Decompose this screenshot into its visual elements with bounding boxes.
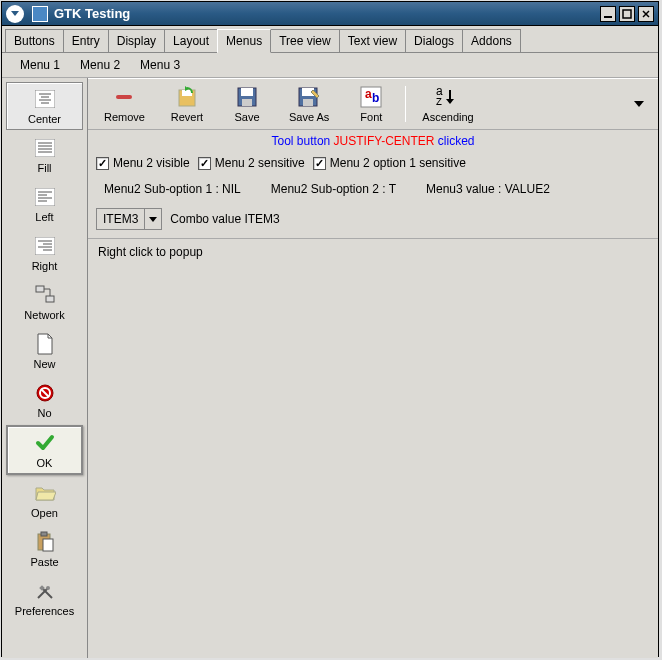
save-as-icon	[297, 85, 321, 109]
font-button[interactable]: ab Font	[341, 83, 401, 125]
sidebar-item-preferences[interactable]: Preferences	[6, 574, 83, 622]
sidebar-label: Fill	[37, 162, 51, 174]
svg-rect-4	[35, 90, 55, 108]
svg-rect-32	[41, 532, 47, 536]
toolbar-overflow-button[interactable]	[632, 101, 646, 107]
check-menu2-option1-sensitive[interactable]: Menu 2 option 1 sensitive	[313, 156, 466, 170]
svg-text:a: a	[365, 87, 372, 101]
sidebar-label: Paste	[30, 556, 58, 568]
new-file-icon	[33, 332, 57, 356]
sidebar-item-ok[interactable]: OK	[6, 425, 83, 475]
check-label: Menu 2 option 1 sensitive	[330, 156, 466, 170]
revert-icon	[175, 85, 199, 109]
sort-ascending-icon: az	[436, 85, 460, 109]
svg-rect-0	[604, 16, 612, 18]
svg-rect-1	[623, 10, 631, 18]
sidebar-label: Right	[32, 260, 58, 272]
justify-center-icon	[33, 87, 57, 111]
tab-text-view[interactable]: Text view	[339, 29, 406, 52]
toolbar-label: Revert	[171, 111, 203, 123]
menu-3[interactable]: Menu 3	[130, 56, 190, 74]
check-label: Menu 2 sensitive	[215, 156, 305, 170]
sidebar-item-new[interactable]: New	[6, 327, 83, 375]
toolbar-label: Save As	[289, 111, 329, 123]
remove-button[interactable]: Remove	[92, 83, 157, 125]
ok-icon	[33, 431, 57, 455]
svg-text:z: z	[436, 94, 442, 107]
svg-rect-14	[35, 188, 55, 206]
main-tabs: Buttons Entry Display Layout Menus Tree …	[2, 26, 658, 53]
app-icon	[32, 6, 48, 22]
sidebar-item-open[interactable]: Open	[6, 476, 83, 524]
svg-text:b: b	[372, 91, 379, 105]
tab-tree-view[interactable]: Tree view	[270, 29, 340, 52]
menubar: Menu 1 Menu 2 Menu 3	[2, 53, 658, 78]
tab-menus[interactable]: Menus	[217, 29, 271, 53]
toolbar-separator	[405, 86, 406, 122]
justify-left-icon	[33, 185, 57, 209]
sidebar-item-left[interactable]: Left	[6, 180, 83, 228]
tab-addons[interactable]: Addons	[462, 29, 521, 52]
svg-rect-38	[116, 95, 132, 99]
save-as-button[interactable]: Save As	[277, 83, 341, 125]
minimize-button[interactable]	[600, 6, 616, 22]
check-label: Menu 2 visible	[113, 156, 190, 170]
save-button[interactable]: Save	[217, 83, 277, 125]
info-menu3: Menu3 value : VALUE2	[426, 182, 550, 196]
popup-area[interactable]: Right click to popup	[88, 238, 658, 658]
sidebar-label: OK	[37, 457, 53, 469]
sidebar-item-center[interactable]: Center	[6, 82, 83, 130]
tab-buttons[interactable]: Buttons	[5, 29, 64, 52]
tab-dialogs[interactable]: Dialogs	[405, 29, 463, 52]
svg-point-36	[46, 586, 50, 590]
toolbar-label: Font	[360, 111, 382, 123]
menu-2[interactable]: Menu 2	[70, 56, 130, 74]
sidebar-item-no[interactable]: No	[6, 376, 83, 424]
remove-icon	[112, 85, 136, 109]
toolbar: Remove Revert Save Save As ab Font	[88, 78, 658, 130]
justify-fill-icon	[33, 136, 57, 160]
checkbox-icon	[198, 157, 211, 170]
tab-display[interactable]: Display	[108, 29, 165, 52]
menu-1[interactable]: Menu 1	[10, 56, 70, 74]
close-button[interactable]	[638, 6, 654, 22]
status-action: JUSTIFY-CENTER	[334, 134, 435, 148]
sidebar-label: Open	[31, 507, 58, 519]
combo-row: ITEM3 Combo value ITEM3	[88, 204, 658, 234]
svg-rect-19	[35, 237, 55, 255]
window-menu-button[interactable]	[6, 5, 24, 23]
sidebar-item-paste[interactable]: Paste	[6, 525, 83, 573]
check-menu2-visible[interactable]: Menu 2 visible	[96, 156, 190, 170]
sidebar-label: New	[33, 358, 55, 370]
sidebar-label: Network	[24, 309, 64, 321]
toolbar-label: Save	[234, 111, 259, 123]
status-prefix: Tool button	[272, 134, 334, 148]
justify-right-icon	[33, 234, 57, 258]
svg-rect-40	[182, 90, 192, 96]
tab-layout[interactable]: Layout	[164, 29, 218, 52]
svg-rect-24	[36, 286, 44, 292]
titlebar: GTK Testing	[2, 2, 658, 26]
sidebar-label: Left	[35, 211, 53, 223]
svg-rect-43	[242, 99, 252, 106]
info-sub2: Menu2 Sub-option 2 : T	[271, 182, 396, 196]
sidebar-label: Preferences	[15, 605, 74, 617]
info-row: Menu2 Sub-option 1 : NIL Menu2 Sub-optio…	[88, 174, 658, 204]
tab-entry[interactable]: Entry	[63, 29, 109, 52]
combo-value: ITEM3	[97, 209, 145, 229]
check-menu2-sensitive[interactable]: Menu 2 sensitive	[198, 156, 305, 170]
sidebar-item-network[interactable]: Network	[6, 278, 83, 326]
ascending-button[interactable]: az Ascending	[410, 83, 485, 125]
sidebar-item-fill[interactable]: Fill	[6, 131, 83, 179]
info-sub1: Menu2 Sub-option 1 : NIL	[104, 182, 241, 196]
no-icon	[33, 381, 57, 405]
combo-select[interactable]: ITEM3	[96, 208, 162, 230]
toolbar-label: Ascending	[422, 111, 473, 123]
maximize-button[interactable]	[619, 6, 635, 22]
revert-button[interactable]: Revert	[157, 83, 217, 125]
sidebar-item-right[interactable]: Right	[6, 229, 83, 277]
svg-rect-42	[241, 88, 253, 96]
status-message: Tool button JUSTIFY-CENTER clicked	[88, 130, 658, 152]
combo-label: Combo value ITEM3	[170, 212, 279, 226]
sidebar-label: Center	[28, 113, 61, 125]
